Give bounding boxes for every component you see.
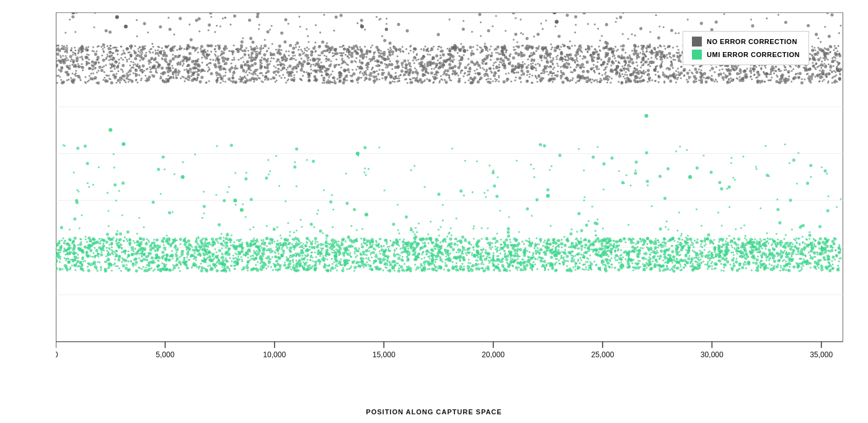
svg-point-3514 [186, 260, 188, 262]
svg-point-7077 [662, 54, 665, 57]
svg-point-700 [436, 266, 438, 268]
svg-point-1745 [414, 249, 415, 251]
svg-point-3580 [200, 247, 202, 249]
svg-point-223 [268, 242, 272, 245]
svg-point-2617 [459, 269, 461, 270]
svg-point-6938 [560, 66, 562, 68]
svg-point-4401 [78, 63, 79, 65]
svg-point-3357 [712, 254, 714, 256]
x-axis-label: POSITION ALONG CAPTURE SPACE [366, 408, 502, 416]
svg-point-2565 [563, 252, 565, 254]
svg-point-5512 [376, 60, 379, 63]
svg-point-4601 [348, 71, 350, 73]
svg-point-2695 [730, 252, 732, 254]
svg-point-4349 [72, 51, 74, 53]
svg-point-7424 [412, 71, 415, 74]
svg-point-4912 [157, 49, 159, 51]
svg-point-7252 [277, 58, 280, 61]
svg-point-6741 [497, 45, 500, 48]
svg-point-7122 [292, 71, 294, 73]
svg-point-3885 [415, 243, 418, 246]
svg-point-4132 [680, 77, 682, 79]
svg-point-3844 [265, 176, 268, 179]
svg-point-4106 [458, 55, 460, 57]
svg-point-1075 [803, 259, 805, 260]
svg-point-3585 [828, 195, 830, 197]
svg-point-3671 [142, 247, 144, 249]
svg-point-6318 [498, 64, 500, 66]
svg-point-7520 [555, 20, 559, 24]
svg-point-6965 [389, 60, 391, 62]
svg-point-2175 [808, 234, 812, 237]
svg-point-3491 [743, 254, 745, 256]
svg-point-5372 [696, 81, 698, 82]
svg-point-6898 [340, 52, 342, 54]
svg-point-3453 [265, 257, 267, 259]
svg-point-2485 [707, 254, 709, 256]
svg-point-713 [78, 257, 79, 259]
svg-point-7142 [113, 65, 116, 68]
svg-point-3613 [503, 241, 506, 244]
svg-point-7031 [206, 64, 208, 66]
svg-point-7373 [601, 65, 603, 67]
svg-point-3098 [256, 238, 258, 240]
svg-point-6788 [522, 33, 524, 35]
svg-point-1276 [766, 232, 768, 234]
svg-point-7269 [603, 69, 605, 71]
svg-point-4530 [606, 66, 608, 68]
svg-point-4994 [233, 45, 235, 47]
svg-point-5570 [463, 20, 464, 22]
svg-point-2498 [697, 264, 700, 267]
svg-point-7134 [403, 60, 406, 63]
svg-point-3903 [197, 236, 199, 238]
svg-point-5810 [273, 58, 275, 60]
svg-point-6086 [789, 65, 791, 67]
svg-point-5868 [66, 47, 68, 49]
svg-point-3601 [602, 245, 604, 247]
svg-point-7371 [655, 56, 657, 58]
svg-point-7211 [312, 64, 314, 66]
svg-point-2670 [357, 265, 359, 267]
svg-point-6176 [470, 60, 473, 63]
svg-point-1744 [539, 143, 542, 146]
svg-point-7095 [184, 80, 185, 82]
svg-point-2765 [518, 248, 520, 250]
svg-point-4647 [657, 36, 660, 39]
svg-point-6363 [487, 29, 490, 32]
svg-point-3521 [745, 264, 747, 265]
svg-point-2037 [287, 222, 289, 224]
svg-point-5523 [676, 51, 678, 53]
svg-point-636 [789, 247, 792, 251]
svg-point-6816 [812, 45, 813, 47]
svg-point-7466 [529, 45, 533, 48]
svg-point-7064 [118, 59, 120, 61]
svg-point-2432 [365, 174, 367, 176]
svg-point-3597 [211, 267, 214, 270]
svg-point-3954 [419, 249, 421, 251]
svg-point-7468 [637, 46, 639, 48]
svg-point-6836 [642, 50, 644, 52]
svg-point-2819 [464, 160, 466, 162]
svg-point-1177 [166, 264, 167, 265]
svg-point-5647 [149, 66, 151, 68]
svg-point-5238 [809, 53, 811, 55]
svg-point-1237 [547, 262, 549, 264]
svg-point-7170 [265, 60, 268, 63]
svg-point-2366 [632, 266, 634, 268]
svg-point-6452 [808, 68, 811, 71]
svg-point-3568 [638, 249, 641, 252]
svg-point-6829 [112, 73, 115, 76]
svg-point-1368 [588, 220, 590, 222]
svg-point-6021 [531, 59, 533, 61]
svg-point-5854 [366, 51, 368, 53]
svg-point-3003 [473, 246, 475, 247]
svg-point-3763 [300, 245, 303, 248]
svg-point-7491 [468, 73, 470, 75]
svg-point-3606 [440, 226, 441, 228]
svg-point-4664 [550, 66, 552, 68]
svg-point-2337 [135, 260, 138, 264]
svg-point-6465 [566, 54, 569, 57]
svg-point-7472 [338, 74, 340, 76]
svg-point-4347 [208, 29, 210, 31]
svg-point-7492 [395, 72, 397, 74]
